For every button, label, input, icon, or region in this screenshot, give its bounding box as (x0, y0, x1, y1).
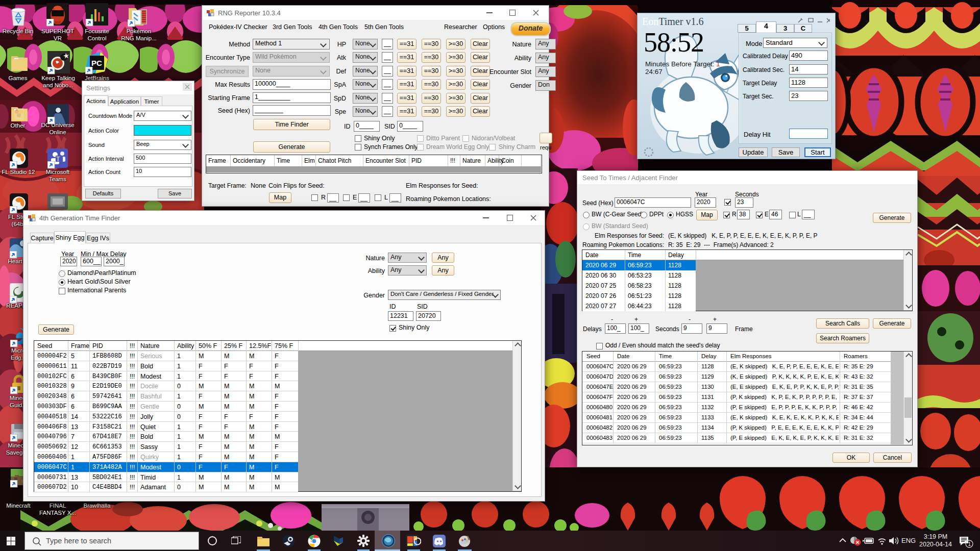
svg-text:PC: PC (91, 59, 102, 67)
svg-text:T: T (56, 156, 60, 163)
svg-text:1: 1 (968, 541, 971, 547)
